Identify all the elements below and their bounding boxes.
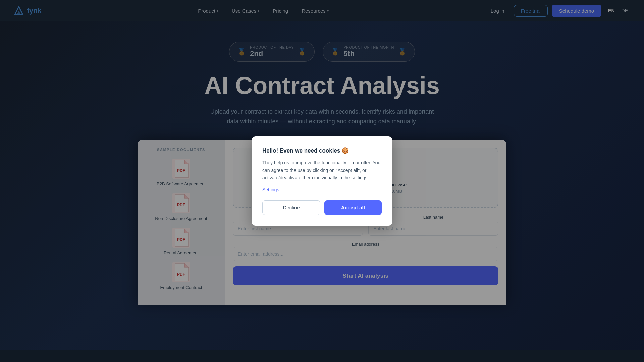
cookie-title: Hello! Even we need cookies 🍪 xyxy=(262,147,382,154)
cookie-body: They help us to improve the functionalit… xyxy=(262,159,382,181)
cookie-overlay: Hello! Even we need cookies 🍪 They help … xyxy=(0,0,644,362)
cookie-modal: Hello! Even we need cookies 🍪 They help … xyxy=(252,136,392,225)
cookie-buttons: Decline Accept all xyxy=(262,200,382,215)
decline-button[interactable]: Decline xyxy=(262,200,320,215)
cookie-settings-link[interactable]: Settings xyxy=(262,187,382,192)
accept-all-button[interactable]: Accept all xyxy=(324,200,382,215)
